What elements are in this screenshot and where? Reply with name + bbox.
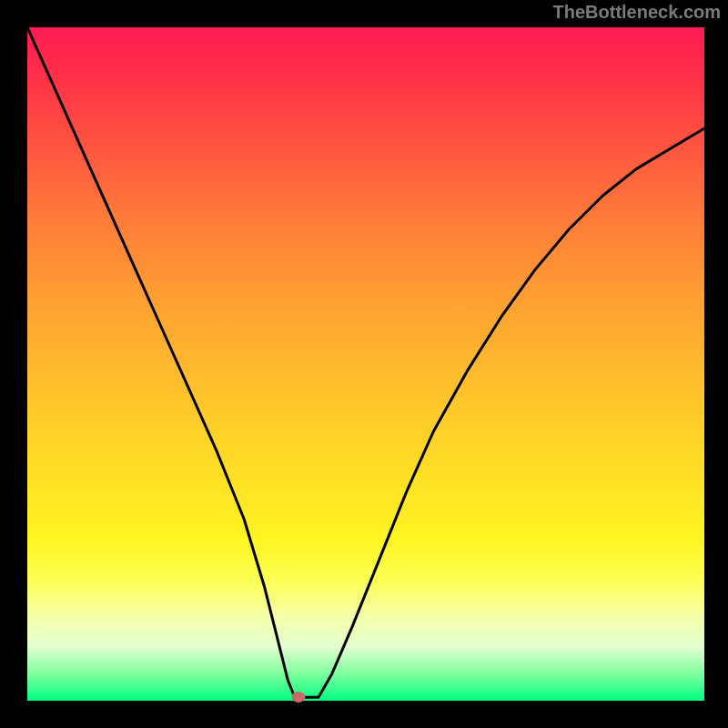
curve-svg: [27, 27, 704, 701]
bottleneck-curve: [27, 27, 704, 697]
optimal-marker: [291, 692, 305, 703]
plot-area: [27, 27, 704, 701]
attribution-text: TheBottleneck.com: [553, 2, 721, 23]
